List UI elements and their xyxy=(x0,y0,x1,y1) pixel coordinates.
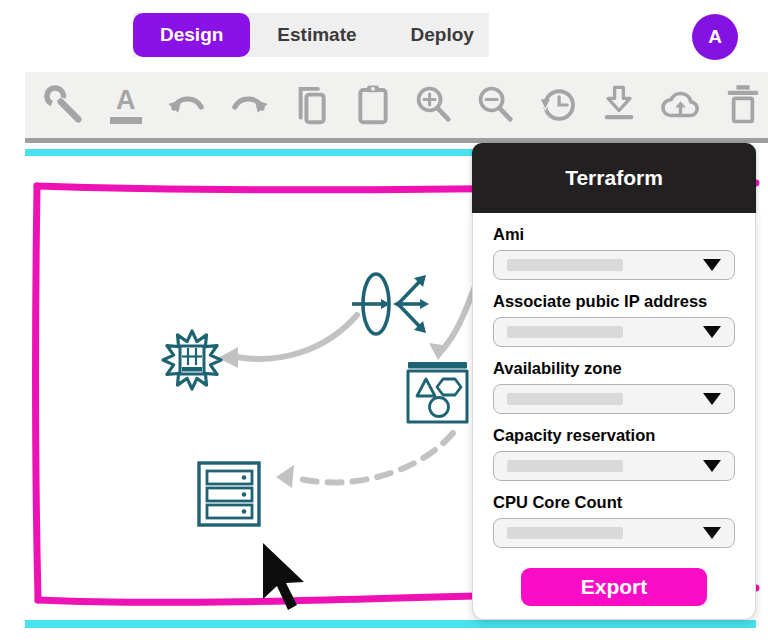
font-color-icon[interactable]: A xyxy=(103,82,149,128)
placeholder-bar xyxy=(507,460,623,472)
cloud-upload-icon[interactable] xyxy=(658,82,704,128)
field-availability-zone: Availability zone xyxy=(493,359,735,414)
user-avatar[interactable]: A xyxy=(692,14,738,60)
associate-public-ip-dropdown[interactable] xyxy=(493,317,735,347)
font-color-letter: A xyxy=(116,87,136,114)
capacity-reservation-dropdown[interactable] xyxy=(493,451,735,481)
terraform-panel: Terraform Ami Associate pubic IP address… xyxy=(472,143,756,620)
redo-icon[interactable] xyxy=(226,82,272,128)
zoom-out-icon[interactable] xyxy=(473,82,519,128)
panel-title: Terraform xyxy=(472,143,756,213)
placeholder-bar xyxy=(507,326,623,338)
placeholder-bar xyxy=(507,259,623,271)
field-label: Ami xyxy=(493,225,735,244)
tab-deploy[interactable]: Deploy xyxy=(384,13,501,57)
undo-icon[interactable] xyxy=(164,82,210,128)
field-associate-public-ip: Associate pubic IP address xyxy=(493,292,735,347)
burst-instance-node[interactable] xyxy=(163,331,221,389)
zoom-in-icon[interactable] xyxy=(411,82,457,128)
field-label: CPU Core Count xyxy=(493,493,735,512)
copy-icon[interactable] xyxy=(288,82,334,128)
export-button[interactable]: Export xyxy=(521,568,707,606)
server-stack-node[interactable] xyxy=(199,463,259,525)
placeholder-bar xyxy=(507,393,623,405)
chevron-down-icon xyxy=(703,527,721,539)
field-cpu-core-count: CPU Core Count xyxy=(493,493,735,548)
chevron-down-icon xyxy=(703,326,721,338)
ami-dropdown[interactable] xyxy=(493,250,735,280)
chevron-down-icon xyxy=(703,460,721,472)
panel-body: Ami Associate pubic IP address Availabil… xyxy=(472,213,756,620)
field-capacity-reservation: Capacity reservation xyxy=(493,426,735,481)
mode-tabbar: Design Estimate Deploy xyxy=(133,13,489,57)
placeholder-bar xyxy=(507,527,623,539)
field-ami: Ami xyxy=(493,225,735,280)
history-icon[interactable] xyxy=(535,82,581,128)
download-icon[interactable] xyxy=(596,82,642,128)
field-label: Capacity reservation xyxy=(493,426,735,445)
load-balancer-node[interactable] xyxy=(352,274,429,334)
field-label: Availability zone xyxy=(493,359,735,378)
availability-zone-dropdown[interactable] xyxy=(493,384,735,414)
tab-design[interactable]: Design xyxy=(133,13,250,57)
shapes-box-node[interactable] xyxy=(408,362,467,422)
wrench-icon[interactable] xyxy=(41,82,87,128)
field-label: Associate pubic IP address xyxy=(493,292,735,311)
font-color-bar xyxy=(110,117,142,124)
cpu-core-count-dropdown[interactable] xyxy=(493,518,735,548)
paste-icon[interactable] xyxy=(350,82,396,128)
chevron-down-icon xyxy=(703,393,721,405)
chevron-down-icon xyxy=(703,259,721,271)
trash-icon[interactable] xyxy=(720,82,766,128)
main-toolbar: A xyxy=(25,72,768,143)
tab-estimate[interactable]: Estimate xyxy=(250,13,383,57)
